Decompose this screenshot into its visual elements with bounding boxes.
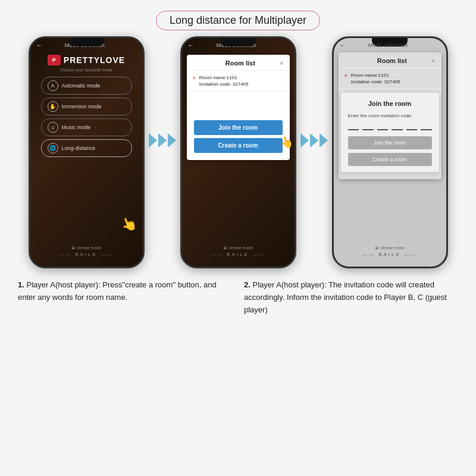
dash-3 <box>377 122 389 130</box>
phone-2-room-name: Room name:1101 <box>199 74 249 81</box>
arrow-1-chevrons <box>149 133 176 148</box>
phone-2-room-info: Room name:1101 Invitation code: 327405 <box>199 74 249 87</box>
phone-2-remote-tab: 🖥 remote mode <box>182 246 295 250</box>
mode-icon-longdist: 🌐 <box>48 143 58 154</box>
phones-row: ← Mode selection P PRETTYLOVE Choose you… <box>0 36 476 268</box>
phone-2-room-list-close[interactable]: × <box>280 60 283 67</box>
dash-1 <box>348 122 359 130</box>
desc-2-text: Player A(host player): The invitation co… <box>244 280 447 314</box>
description-2: 2. Player A(host player): The invitation… <box>244 279 458 316</box>
phone-2-back-arrow: ← <box>188 42 195 49</box>
phone-2-invitation-code: Invitation code: 327405 <box>199 81 249 87</box>
phone-3-room-name: Room name:1101 <box>351 72 400 79</box>
mode-btn-immersion[interactable]: ✋ Immersion mode <box>41 98 132 115</box>
mode-icon-music: ♫ <box>48 122 58 133</box>
arrow-2 <box>296 51 332 230</box>
phone-2-room-list-title: Room list <box>201 60 280 67</box>
phone-1-brand: BAILE <box>30 252 143 257</box>
mode-label-immersion: Immersion mode <box>62 104 102 109</box>
dash-4 <box>392 122 403 130</box>
phone-3-room-info: Room name:1101 Invitation code: 327405 <box>351 72 400 85</box>
phone-3-room-item: × Room name:1101 Invitation code: 327405 <box>339 68 441 89</box>
desc-1-text: Player A(host player): Press"create a ro… <box>18 280 217 302</box>
desc-2-number: 2. <box>244 280 250 289</box>
arrow-1 <box>145 51 180 230</box>
phone-2-join-btn[interactable]: Join the room <box>194 120 283 135</box>
chevron-1b <box>158 133 167 148</box>
phone-3-remote-tab: 🖥 remote mode <box>334 246 446 250</box>
mode-label-longdist: Long-distance <box>62 145 96 151</box>
phone-3-brand: BAILE <box>334 252 446 257</box>
mode-label-auto: Automatic mode <box>62 83 101 89</box>
phone-2-room-list: Room list × × Room name:1101 Invitation … <box>187 55 290 160</box>
mode-icon-auto: A <box>48 80 58 91</box>
chevron-2c <box>320 133 328 148</box>
phone-1-notch <box>68 38 104 46</box>
chevron-2a <box>300 133 309 148</box>
phone-3-join-panel: Join the room Enter the room invitation … <box>341 93 439 172</box>
page-title-container: Long distance for Multiplayer <box>0 11 476 30</box>
dash-2 <box>362 122 374 130</box>
page-title: Long distance for Multiplayer <box>156 11 320 30</box>
chevron-1a <box>149 133 157 148</box>
phone-1-back-arrow: ← <box>36 42 43 49</box>
phone-3-room-x: × <box>345 73 347 79</box>
mode-btn-longdist[interactable]: 🌐 Long-distance <box>41 139 132 157</box>
description-1: 1. Player A(host player): Press"create a… <box>18 279 232 316</box>
phone-1-logo-icon: P <box>48 55 61 65</box>
phone-3-invitation-code: Invitation code: 327405 <box>351 79 400 85</box>
phone-2-room-item: × Room name:1101 Invitation code: 327405 <box>187 71 290 92</box>
phone-3-join-room-btn[interactable]: Join the room <box>348 136 432 149</box>
phone-3-join-title: Join the room <box>348 100 432 107</box>
phone-2: ← Mode selection Room list × × Room name… <box>180 36 296 268</box>
phone-3-create-room-btn[interactable]: Create a room <box>348 153 432 166</box>
phone-3-status-bar: ← Mode selection <box>334 38 446 50</box>
phone-2-room-buttons: Join the room Create a room 👆 <box>194 120 283 153</box>
phone-3-room-list: Room list × × Room name:1101 Invitation … <box>339 52 441 179</box>
phone-1-screen: ← Mode selection P PRETTYLOVE Choose you… <box>30 38 143 267</box>
phone-2-create-btn[interactable]: Create a room 👆 <box>194 138 283 153</box>
phone-2-screen: ← Mode selection Room list × × Room name… <box>182 38 295 267</box>
phone-3-room-list-title: Room list <box>353 57 432 64</box>
mode-btn-auto[interactable]: A Automatic mode <box>41 77 132 95</box>
phone-3: ← Mode selection Room list × × Room name… <box>332 36 448 268</box>
phone-3-back-arrow: ← <box>340 42 346 49</box>
mode-icon-immersion: ✋ <box>48 101 58 112</box>
mode-btn-music[interactable]: ♫ Music mode <box>41 118 132 136</box>
phone-1-logo-text: PRETTYLOVE <box>64 55 125 65</box>
mode-label-music: Music mode <box>62 124 91 130</box>
chevron-1c <box>168 133 176 148</box>
phone-1-logo-area: P PRETTYLOVE <box>30 55 143 65</box>
dash-6 <box>421 122 432 130</box>
phone-3-room-list-close[interactable]: × <box>431 57 435 64</box>
chevron-2b <box>310 133 318 148</box>
phone-2-notch <box>220 38 256 46</box>
phone-3-header: Mode selection <box>368 42 409 48</box>
dash-5 <box>406 122 418 130</box>
phone-3-screen: ← Mode selection Room list × × Room name… <box>334 38 446 267</box>
phone-2-brand: BAILE <box>182 252 295 257</box>
phone-1-choose-text: Choose your favourite mode <box>30 68 143 72</box>
logo-p: P <box>52 57 56 63</box>
desc-1-number: 1. <box>18 280 24 289</box>
phone-2-room-x: × <box>193 75 196 81</box>
phone-3-room-list-header: Room list × <box>339 52 441 68</box>
phone-3-join-input <box>348 122 432 130</box>
phone-2-room-list-header: Room list × <box>187 55 290 71</box>
phone-1: ← Mode selection P PRETTYLOVE Choose you… <box>29 36 145 268</box>
description-area: 1. Player A(host player): Press"create a… <box>0 279 476 316</box>
phone-1-remote-tab: 🖥 remote mode <box>30 246 143 250</box>
phone-2-create-finger: 👆 <box>279 135 294 150</box>
phone-3-join-label: Enter the room invitation code: <box>348 113 432 118</box>
arrow-2-chevrons <box>300 133 328 148</box>
